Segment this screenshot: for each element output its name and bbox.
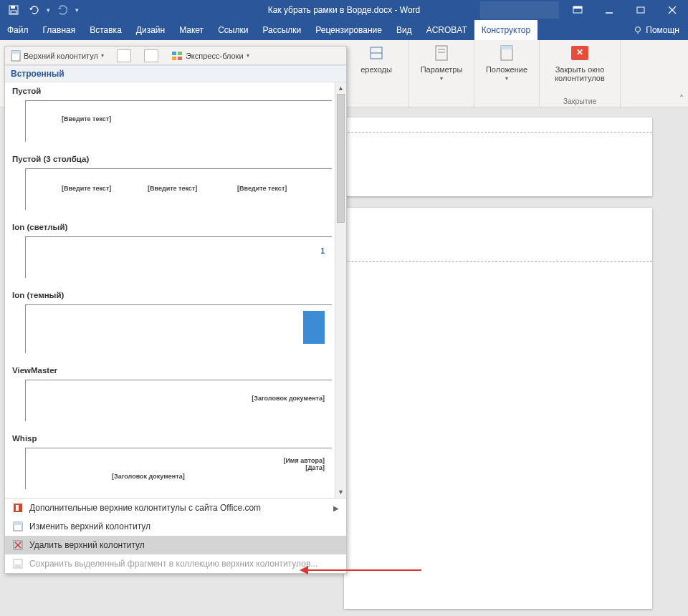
svg-rect-21	[178, 52, 182, 55]
header-boundary	[344, 261, 652, 262]
close-header-footer-button[interactable]: ✕ Закрыть окно колонтитулов	[547, 43, 613, 82]
user-account-area[interactable]	[480, 1, 559, 19]
footer-boundary	[344, 132, 652, 133]
svg-rect-2	[11, 11, 16, 14]
gallery-preview-empty3[interactable]: [Введите текст] [Введите текст] [Введите…	[25, 168, 332, 210]
parameters-icon	[431, 43, 452, 63]
position-button[interactable]: Положение ▾	[482, 43, 532, 82]
save-selection-to-gallery: Сохранить выделенный фрагмент в коллекци…	[5, 554, 346, 573]
tab-constructor[interactable]: Конструктор	[474, 20, 538, 40]
parameters-button[interactable]: Параметры ▾	[416, 43, 467, 82]
more-headers-office-com[interactable]: Дополнительные верхние колонтитулы с сай…	[5, 499, 346, 517]
qat-customize-icon[interactable]: ▾	[73, 6, 80, 14]
office-icon	[12, 502, 24, 514]
svg-rect-19	[11, 51, 20, 54]
svg-rect-17	[501, 46, 512, 49]
undo-icon	[28, 5, 39, 15]
transitions-button[interactable]: ереходы	[351, 43, 401, 74]
svg-rect-22	[172, 57, 176, 60]
header-gallery-dropdown: Верхний колонтитул ▾ Экспресс-блоки ▾ Вс…	[4, 46, 347, 574]
svg-rect-32	[15, 564, 21, 567]
gallery-preview-viewmaster[interactable]: [Заголовок документа]	[25, 380, 332, 421]
edit-header[interactable]: Изменить верхний колонтитул	[5, 517, 346, 536]
annotation-arrow	[300, 566, 421, 574]
scroll-down-icon[interactable]: ▼	[335, 486, 346, 498]
gallery-section-builtin: Встроенный	[5, 65, 346, 82]
gallery-item-whisp[interactable]: Whisp	[5, 430, 346, 444]
gallery-list: ▲ ▼ Пустой [Введите текст] Пустой (3 сто…	[5, 82, 346, 498]
svg-rect-4	[573, 6, 582, 9]
tab-file[interactable]: Файл	[0, 20, 36, 40]
gallery-preview-ion-light[interactable]: 1	[25, 236, 332, 278]
svg-rect-27	[14, 522, 22, 525]
delete-header[interactable]: Удалить верхний колонтитул	[5, 536, 346, 554]
ribbon-group-position: Положение ▾	[474, 40, 540, 107]
express-blocks-icon	[171, 51, 183, 61]
svg-rect-1	[11, 6, 15, 9]
edit-header-icon	[12, 521, 24, 532]
document-page-2[interactable]	[344, 208, 652, 609]
arrow-line	[308, 569, 421, 571]
chevron-down-icon: ▾	[440, 76, 443, 82]
document-info-button[interactable]	[141, 48, 161, 64]
tab-mailings[interactable]: Рассылки	[255, 20, 308, 40]
collapse-ribbon-button[interactable]: ˄	[679, 94, 684, 104]
maximize-button[interactable]	[625, 0, 656, 20]
save-selection-label: Сохранить выделенный фрагмент в коллекци…	[29, 559, 317, 569]
close-group-label: Закрытие	[563, 95, 597, 105]
document-page-1-bottom[interactable]	[344, 117, 652, 196]
scroll-up-icon[interactable]: ▲	[335, 82, 346, 94]
header-split-button[interactable]: Верхний колонтитул ▾	[8, 49, 107, 63]
gallery-item-empty[interactable]: Пустой	[5, 82, 346, 97]
ribbon-group-close: ✕ Закрыть окно колонтитулов Закрытие	[540, 40, 621, 107]
gallery-item-ion-light[interactable]: Ion (светлый)	[5, 218, 346, 233]
transitions-label: ереходы	[360, 65, 392, 74]
close-header-label: Закрыть окно колонтитулов	[547, 65, 613, 82]
qat-dropdown-icon[interactable]: ▾	[44, 6, 52, 14]
gallery-scrollbar[interactable]: ▲ ▼	[335, 82, 346, 498]
position-icon	[497, 43, 517, 63]
more-headers-label: Дополнительные верхние колонтитулы с сай…	[29, 503, 261, 513]
gallery-item-ion-dark[interactable]: Ion (темный)	[5, 287, 346, 301]
scroll-thumb[interactable]	[337, 94, 345, 223]
position-label: Положение	[486, 65, 527, 74]
window-title: Как убрать рамки в Ворде.docx - Word	[268, 5, 421, 15]
date-time-button[interactable]	[114, 48, 134, 64]
close-button[interactable]	[656, 0, 688, 20]
gallery-preview-ion-dark[interactable]: 1	[25, 304, 332, 353]
minimize-button[interactable]	[593, 0, 625, 20]
tab-layout[interactable]: Макет	[172, 20, 211, 40]
transitions-icon	[366, 43, 386, 63]
arrow-head-icon	[300, 566, 308, 574]
delete-header-icon	[12, 539, 24, 551]
header-split-label: Верхний колонтитул	[24, 52, 98, 60]
undo-button[interactable]	[24, 1, 43, 19]
tell-me-label: Помощн	[646, 25, 679, 35]
redo-icon	[57, 5, 67, 15]
tell-me-help[interactable]: Помощн	[625, 20, 688, 40]
express-blocks-button[interactable]: Экспресс-блоки ▾	[168, 49, 252, 62]
tab-insert[interactable]: Вставка	[82, 20, 129, 40]
tab-acrobat[interactable]: ACROBAT	[419, 20, 474, 40]
gallery-item-empty3[interactable]: Пустой (3 столбца)	[5, 150, 346, 165]
svg-rect-25	[16, 505, 19, 511]
save-button[interactable]	[4, 1, 23, 19]
maximize-icon	[636, 6, 645, 14]
tab-references[interactable]: Ссылки	[211, 20, 255, 40]
tab-home[interactable]: Главная	[36, 20, 83, 40]
minimize-icon	[605, 6, 613, 14]
tab-design[interactable]: Дизайн	[129, 20, 172, 40]
quick-access-toolbar: ▾ ▾	[0, 1, 80, 19]
gallery-preview-whisp[interactable]: [Имя автора] [Дата] [Заголовок документа…	[25, 448, 332, 489]
tab-review[interactable]: Рецензирование	[308, 20, 389, 40]
redo-button[interactable]	[53, 1, 72, 19]
tab-view[interactable]: Вид	[389, 20, 419, 40]
gallery-item-viewmaster[interactable]: ViewMaster	[5, 362, 346, 376]
gallery-preview-empty[interactable]: [Введите текст]	[25, 100, 332, 142]
ribbon-display-button[interactable]	[562, 0, 593, 20]
save-selection-icon	[12, 558, 24, 569]
close-icon	[668, 6, 677, 14]
title-bar: ▾ ▾ Как убрать рамки в Ворде.docx - Word	[0, 0, 688, 20]
gallery-footer: Дополнительные верхние колонтитулы с сай…	[5, 498, 346, 573]
ion-dark-block	[303, 311, 325, 344]
